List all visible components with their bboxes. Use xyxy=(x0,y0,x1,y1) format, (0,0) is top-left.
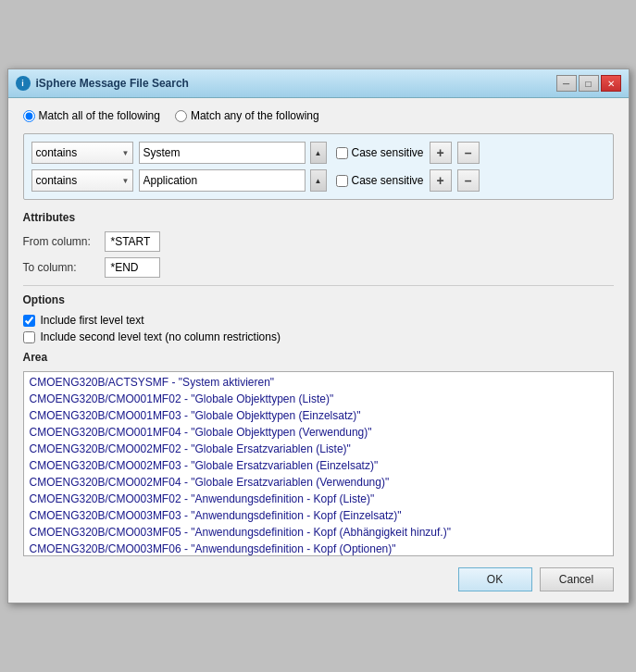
match-any-radio[interactable]: Match any of the following xyxy=(175,109,319,122)
minimize-button[interactable]: ─ xyxy=(556,75,577,92)
to-column-value: *END xyxy=(105,257,160,278)
case-sensitive-check-2[interactable] xyxy=(336,175,348,187)
text-input-1[interactable] xyxy=(139,142,306,164)
first-level-checkbox[interactable] xyxy=(23,315,35,327)
match-options-row: Match all of the following Match any of … xyxy=(23,109,614,122)
app-icon: i xyxy=(16,76,31,91)
ok-button[interactable]: OK xyxy=(458,567,532,591)
list-item[interactable]: CMOENG320B/CMO002MF03 - "Globale Ersatzv… xyxy=(24,457,613,474)
area-label: Area xyxy=(23,351,614,364)
list-item[interactable]: CMOENG320B/CMO002MF02 - "Globale Ersatzv… xyxy=(24,441,613,457)
case-sensitive-label-1[interactable]: Case sensitive xyxy=(336,146,424,159)
add-row-button-2[interactable]: + xyxy=(430,169,452,192)
area-section: Area CMOENG320B/ACTSYSMF - "System aktiv… xyxy=(23,351,614,556)
from-column-row: From column: *START xyxy=(23,231,614,252)
list-item[interactable]: CMOENG320B/CMO003MF02 - "Anwendungsdefin… xyxy=(24,491,613,507)
second-level-label: Include second level text (no column res… xyxy=(41,330,281,343)
to-column-row: To column: *END xyxy=(23,257,614,278)
maximize-button[interactable]: □ xyxy=(579,75,599,92)
remove-row-button-1[interactable]: – xyxy=(457,142,480,164)
match-all-input[interactable] xyxy=(23,110,35,122)
contains-select-1[interactable]: contains starts with ends with equals xyxy=(31,142,133,164)
second-level-row: Include second level text (no column res… xyxy=(23,330,614,343)
attributes-section: Attributes From column: *START To column… xyxy=(23,211,614,278)
filter-row-2: contains starts with ends with equals ▲ … xyxy=(31,169,605,192)
filter-box: contains starts with ends with equals ▲ … xyxy=(23,133,614,200)
titlebar-left: i iSphere Message File Search xyxy=(16,76,189,91)
list-item[interactable]: CMOENG320B/CMO003MF03 - "Anwendungsdefin… xyxy=(24,507,613,524)
first-level-row: Include first level text xyxy=(23,314,614,327)
list-item[interactable]: CMOENG320B/CMO003MF05 - "Anwendungsdefin… xyxy=(24,524,613,541)
remove-row-button-2[interactable]: – xyxy=(457,169,480,192)
options-section: Options Include first level text Include… xyxy=(23,293,614,343)
from-column-label: From column: xyxy=(23,235,97,248)
sort-button-1[interactable]: ▲ xyxy=(310,142,327,164)
second-level-checkbox[interactable] xyxy=(23,331,35,343)
text-input-wrapper-1 xyxy=(139,142,306,164)
titlebar-buttons: ─ □ ✕ xyxy=(556,75,621,92)
text-input-2[interactable] xyxy=(139,169,306,192)
contains-select-wrapper-1: contains starts with ends with equals xyxy=(31,142,133,164)
contains-select-2[interactable]: contains starts with ends with equals xyxy=(31,169,133,192)
match-all-radio[interactable]: Match all of the following xyxy=(23,109,160,122)
divider-1 xyxy=(23,285,614,286)
close-button[interactable]: ✕ xyxy=(601,75,621,92)
text-input-wrapper-2 xyxy=(139,169,306,192)
attributes-label: Attributes xyxy=(23,211,614,224)
list-item[interactable]: CMOENG320B/CMO001MF02 - "Globale Objektt… xyxy=(24,391,613,407)
main-window: i iSphere Message File Search ─ □ ✕ Matc… xyxy=(7,68,630,604)
filter-row-1: contains starts with ends with equals ▲ … xyxy=(31,142,605,164)
window-title: iSphere Message File Search xyxy=(36,77,189,90)
button-row: OK Cancel xyxy=(23,567,614,591)
first-level-label: Include first level text xyxy=(41,314,144,327)
add-row-button-1[interactable]: + xyxy=(430,142,452,164)
options-label: Options xyxy=(23,293,614,306)
list-item[interactable]: CMOENG320B/CMO001MF04 - "Globale Objektt… xyxy=(24,424,613,441)
list-item[interactable]: CMOENG320B/CMO002MF04 - "Globale Ersatzv… xyxy=(24,474,613,491)
to-column-label: To column: xyxy=(23,261,97,274)
match-any-input[interactable] xyxy=(175,110,187,122)
area-list[interactable]: CMOENG320B/ACTSYSMF - "System aktivieren… xyxy=(23,371,614,556)
from-column-value: *START xyxy=(105,231,160,252)
titlebar: i iSphere Message File Search ─ □ ✕ xyxy=(8,69,629,98)
cancel-button[interactable]: Cancel xyxy=(540,567,614,591)
list-item[interactable]: CMOENG320B/CMO001MF03 - "Globale Objektt… xyxy=(24,407,613,424)
list-item[interactable]: CMOENG320B/ACTSYSMF - "System aktivieren… xyxy=(24,374,613,391)
list-item[interactable]: CMOENG320B/CMO003MF06 - "Anwendungsdefin… xyxy=(24,541,613,556)
case-sensitive-check-1[interactable] xyxy=(336,147,348,159)
case-sensitive-label-2[interactable]: Case sensitive xyxy=(336,174,424,187)
sort-button-2[interactable]: ▲ xyxy=(310,169,327,192)
contains-select-wrapper-2: contains starts with ends with equals xyxy=(31,169,133,192)
